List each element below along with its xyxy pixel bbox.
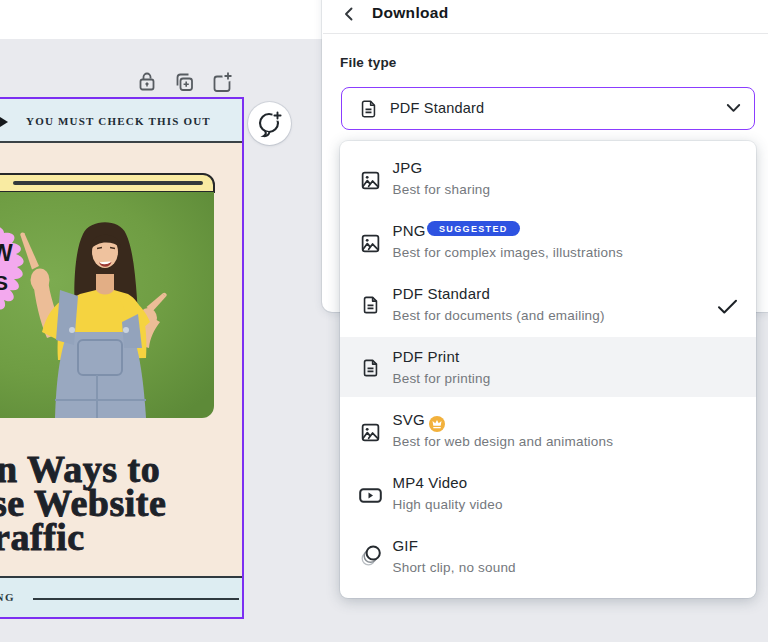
svg-text:W: W [0, 240, 13, 266]
svg-text:S: S [0, 271, 8, 294]
